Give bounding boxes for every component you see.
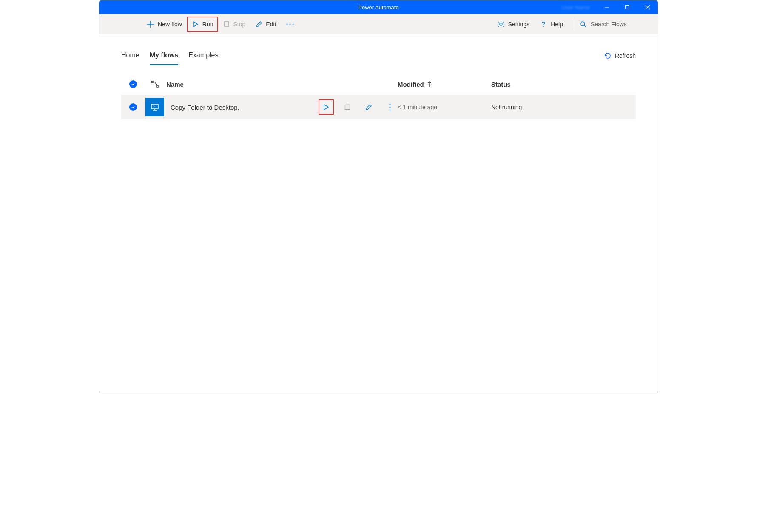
svg-line-14 <box>584 25 586 27</box>
app-window: Power Automate User Name New flow Run <box>99 0 658 393</box>
ellipsis-icon <box>286 23 294 25</box>
refresh-label: Refresh <box>615 52 636 59</box>
svg-marker-6 <box>194 22 198 27</box>
svg-point-8 <box>287 23 288 25</box>
help-label: Help <box>551 21 563 28</box>
pencil-icon <box>365 104 372 110</box>
search-icon <box>580 21 586 28</box>
tab-examples[interactable]: Examples <box>188 46 218 65</box>
toolbar-separator <box>572 18 572 30</box>
gear-icon <box>497 20 505 28</box>
flow-name: Copy Folder to Desktop. <box>165 104 239 111</box>
svg-rect-22 <box>345 105 350 110</box>
refresh-icon <box>604 52 612 59</box>
svg-point-25 <box>390 110 391 111</box>
sort-ascending-icon <box>427 81 432 87</box>
check-circle-icon <box>129 80 137 88</box>
titlebar: Power Automate User Name <box>99 0 658 14</box>
row-stop-button[interactable] <box>340 99 355 115</box>
svg-marker-21 <box>324 105 328 110</box>
svg-point-11 <box>500 23 502 25</box>
flow-type-icon <box>151 80 159 88</box>
stop-button[interactable]: Stop <box>218 17 250 32</box>
pencil-icon <box>256 21 262 28</box>
svg-point-12 <box>543 26 544 27</box>
svg-point-13 <box>581 22 585 26</box>
row-run-button[interactable] <box>319 99 334 115</box>
stop-label: Stop <box>233 21 245 28</box>
svg-point-10 <box>293 23 294 25</box>
play-icon <box>323 104 330 110</box>
table-header: Name Modified Status <box>121 74 636 95</box>
close-icon <box>645 5 650 10</box>
search-input[interactable] <box>591 21 650 28</box>
close-button[interactable] <box>637 0 658 14</box>
modified-label: Modified <box>398 81 424 88</box>
desktop-flow-icon <box>145 98 164 116</box>
settings-button[interactable]: Settings <box>492 17 535 32</box>
stop-icon <box>223 21 230 27</box>
search-box[interactable] <box>575 21 655 28</box>
svg-point-24 <box>390 107 391 108</box>
play-icon <box>192 21 199 28</box>
settings-label: Settings <box>508 21 530 28</box>
svg-rect-1 <box>626 6 629 9</box>
row-modified: < 1 minute ago <box>398 104 491 110</box>
toolbar: New flow Run Stop Edit Settings <box>99 14 658 34</box>
run-button[interactable]: Run <box>187 17 219 32</box>
minimize-button[interactable] <box>597 0 617 14</box>
help-button[interactable]: Help <box>535 17 568 32</box>
row-more-button[interactable] <box>382 99 398 115</box>
titlebar-user: User Name <box>562 4 590 11</box>
kebab-icon <box>389 103 391 111</box>
svg-point-23 <box>390 104 391 105</box>
row-status: Not running <box>491 104 636 110</box>
name-column-header[interactable]: Name <box>165 81 398 88</box>
table-row[interactable]: Copy Folder to Desktop. < 1 m <box>121 95 636 119</box>
row-type-icon <box>145 98 165 116</box>
svg-rect-18 <box>151 104 158 109</box>
minimize-icon <box>604 5 609 10</box>
new-flow-button[interactable]: New flow <box>142 17 187 32</box>
maximize-icon <box>625 5 630 10</box>
edit-button[interactable]: Edit <box>250 17 281 32</box>
row-checkbox[interactable] <box>121 103 145 111</box>
modified-column-header[interactable]: Modified <box>398 81 491 88</box>
select-all-column[interactable] <box>121 80 145 88</box>
tab-my-flows[interactable]: My flows <box>150 46 179 65</box>
run-label: Run <box>202 21 213 28</box>
status-column-header[interactable]: Status <box>491 81 636 88</box>
window-controls <box>597 0 658 14</box>
window-title: Power Automate <box>358 4 398 11</box>
type-column-header[interactable] <box>145 80 165 88</box>
new-flow-label: New flow <box>158 21 182 28</box>
plus-icon <box>147 20 154 28</box>
check-circle-icon <box>129 103 137 111</box>
refresh-button[interactable]: Refresh <box>604 52 636 59</box>
help-icon <box>540 20 547 28</box>
row-edit-button[interactable] <box>361 99 376 115</box>
svg-rect-7 <box>224 22 229 26</box>
content-area: Home My flows Examples Refresh Name Modi… <box>99 43 658 119</box>
maximize-button[interactable] <box>617 0 637 14</box>
tabs: Home My flows Examples Refresh <box>121 43 636 68</box>
stop-icon <box>344 104 350 110</box>
more-button[interactable] <box>281 17 299 32</box>
tab-home[interactable]: Home <box>121 46 139 65</box>
svg-point-9 <box>290 23 291 25</box>
edit-label: Edit <box>266 21 276 28</box>
